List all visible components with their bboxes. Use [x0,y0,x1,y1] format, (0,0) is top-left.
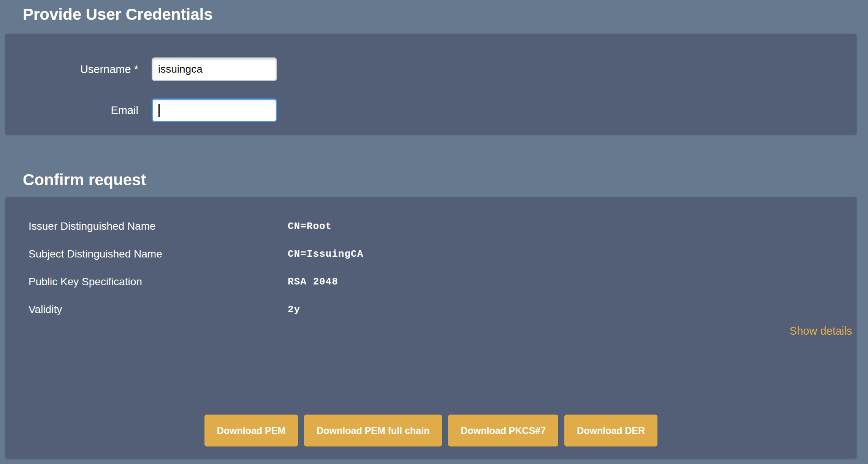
download-pem-full-chain-button[interactable]: Download PEM full chain [304,415,442,447]
detail-row-subject-dn: Subject Distinguished Name CN=IssuingCA [5,240,857,268]
issuer-dn-value: CN=Root [288,221,332,232]
email-form-row: Email [5,99,857,122]
username-label: Username * [5,63,138,76]
credentials-panel: Username * Email [5,34,857,135]
issuer-dn-label: Issuer Distinguished Name [29,220,288,232]
text-cursor [158,104,160,117]
email-field[interactable] [152,99,277,122]
show-details-row: Show details [5,323,857,338]
download-pem-button[interactable]: Download PEM [204,415,298,447]
download-der-button[interactable]: Download DER [564,415,657,447]
detail-row-issuer-dn: Issuer Distinguished Name CN=Root [5,212,857,240]
email-input-wrap [152,99,277,122]
download-button-row: Download PEM Download PEM full chain Dow… [5,415,857,447]
username-input[interactable] [152,57,277,81]
show-details-link[interactable]: Show details [790,325,852,337]
public-key-spec-value: RSA 2048 [288,276,338,288]
credentials-section-title: Provide User Credentials [23,5,868,24]
confirm-request-panel: Issuer Distinguished Name CN=Root Subjec… [5,197,857,459]
email-label: Email [5,104,138,117]
download-pkcs7-button[interactable]: Download PKCS#7 [448,415,558,447]
subject-dn-label: Subject Distinguished Name [29,248,288,260]
detail-row-public-key-spec: Public Key Specification RSA 2048 [5,268,857,296]
username-form-row: Username * [5,57,857,81]
validity-label: Validity [29,304,288,316]
validity-value: 2y [288,304,300,315]
subject-dn-value: CN=IssuingCA [288,248,363,260]
detail-row-validity: Validity 2y [5,296,857,323]
public-key-spec-label: Public Key Specification [29,276,288,288]
username-input-wrap [152,57,277,81]
confirm-section-title: Confirm request [23,171,868,189]
